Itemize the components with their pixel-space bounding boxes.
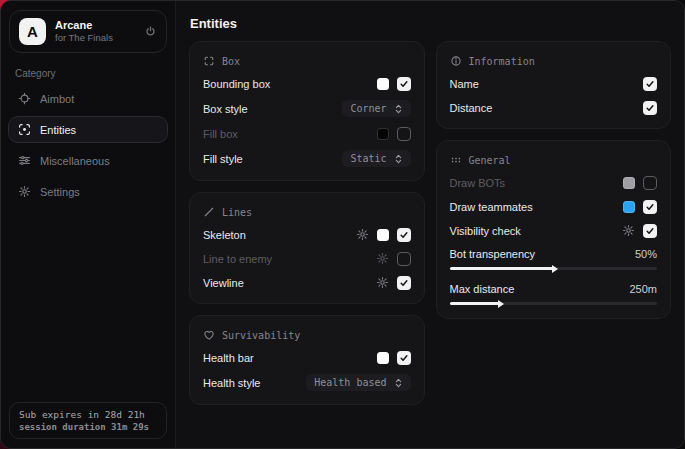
sidebar-item-label: Aimbot	[40, 93, 74, 105]
checkbox-checked[interactable]	[397, 351, 411, 365]
slider-value: 250m	[629, 283, 657, 295]
setting-row-health-style: Health style Health based	[203, 374, 411, 391]
color-swatch[interactable]	[377, 229, 389, 241]
sidebar-nav: Aimbot Entities Miscella	[1, 83, 175, 207]
unfold-icon	[394, 378, 403, 388]
fill-style-dropdown[interactable]: Static	[342, 150, 410, 167]
setting-row-draw-bots: Draw BOTs	[450, 175, 658, 190]
panel-survivability: Survivability Health bar Health style	[189, 315, 425, 405]
setting-row-health-bar: Health bar	[203, 350, 411, 365]
box-brackets-icon	[203, 55, 215, 67]
panel-lines: Lines Skeleton	[189, 192, 425, 304]
category-label: Category	[15, 68, 175, 79]
settings-gear-icon[interactable]	[376, 276, 389, 289]
setting-row-bounding-box: Bounding box	[203, 76, 411, 91]
grid-dots-icon	[450, 154, 462, 166]
main-content: Entities Box Bounding box	[176, 1, 684, 448]
slider-value: 50%	[635, 248, 657, 260]
checkbox-checked[interactable]	[643, 200, 657, 214]
page-title: Entities	[190, 16, 671, 31]
setting-row-name: Name	[450, 76, 658, 91]
sliders-icon	[18, 154, 31, 167]
checkbox-checked[interactable]	[643, 77, 657, 91]
color-swatch[interactable]	[623, 177, 635, 189]
setting-row-distance: Distance	[450, 100, 658, 115]
sidebar-item-settings[interactable]: Settings	[8, 178, 168, 205]
setting-row-box-style: Box style Corner	[203, 100, 411, 117]
checkbox-unchecked[interactable]	[397, 127, 411, 141]
sidebar-item-label: Entities	[40, 124, 76, 136]
setting-row-visibility-check: Visibility check	[450, 223, 658, 238]
setting-row-fill-box: Fill box	[203, 126, 411, 141]
sidebar-item-entities[interactable]: Entities	[8, 116, 168, 143]
sidebar-item-label: Miscellaneous	[40, 155, 110, 167]
checkbox-unchecked[interactable]	[643, 176, 657, 190]
checkbox-checked[interactable]	[397, 77, 411, 91]
app-name: Arcane	[55, 19, 135, 33]
entities-scan-icon	[18, 123, 31, 136]
logo-letter: A	[27, 23, 38, 40]
sidebar-item-miscellaneous[interactable]: Miscellaneous	[8, 147, 168, 174]
color-swatch[interactable]	[377, 128, 389, 140]
panel-title: General	[469, 155, 511, 166]
setting-row-bot-transparency: Bot transpenency 50%	[450, 248, 658, 270]
logo-card[interactable]: A Arcane for The Finals	[9, 10, 167, 53]
checkbox-unchecked[interactable]	[397, 252, 411, 266]
panel-title: Box	[222, 56, 240, 67]
setting-row-line-to-enemy: Line to enemy	[203, 251, 411, 266]
settings-gear-icon[interactable]	[622, 224, 635, 237]
setting-row-draw-teammates: Draw teammates	[450, 199, 658, 214]
sidebar-item-label: Settings	[40, 186, 80, 198]
panel-general: General Draw BOTs Draw teammates	[436, 140, 672, 319]
app-logo: A	[19, 18, 46, 45]
setting-row-fill-style: Fill style Static	[203, 150, 411, 167]
crosshair-icon	[18, 92, 31, 105]
info-icon	[450, 55, 462, 67]
settings-gear-icon[interactable]	[356, 228, 369, 241]
setting-row-skeleton: Skeleton	[203, 227, 411, 242]
sidebar: A Arcane for The Finals Category Aim	[1, 1, 176, 448]
box-style-dropdown[interactable]: Corner	[342, 100, 410, 117]
checkbox-checked[interactable]	[643, 101, 657, 115]
settings-gear-icon[interactable]	[376, 252, 389, 265]
diagonal-line-icon	[203, 206, 215, 218]
app-window: A Arcane for The Finals Category Aim	[0, 0, 685, 449]
panel-information: Information Name Distance	[436, 41, 672, 129]
power-icon[interactable]	[144, 25, 157, 38]
slider-thumb[interactable]	[552, 265, 558, 273]
panel-title: Information	[469, 56, 535, 67]
unfold-icon	[394, 104, 403, 114]
panel-title: Survivability	[222, 330, 300, 341]
gear-icon	[18, 185, 31, 198]
bot-transparency-slider[interactable]	[450, 267, 658, 270]
health-style-dropdown[interactable]: Health based	[306, 374, 410, 391]
app-subtitle: for The Finals	[55, 32, 135, 44]
checkbox-checked[interactable]	[397, 276, 411, 290]
sidebar-item-aimbot[interactable]: Aimbot	[8, 85, 168, 112]
sub-expires-text: Sub expires in 28d 21h	[19, 409, 157, 420]
session-duration-text: session duration 31m 29s	[19, 422, 157, 432]
panel-box: Box Bounding box Box style	[189, 41, 425, 181]
panel-title: Lines	[222, 207, 252, 218]
setting-row-max-distance: Max distance 250m	[450, 283, 658, 305]
setting-row-viewline: Viewline	[203, 275, 411, 290]
color-swatch[interactable]	[377, 352, 389, 364]
slider-thumb[interactable]	[498, 300, 504, 308]
subscription-box: Sub expires in 28d 21h session duration …	[9, 402, 167, 439]
checkbox-checked[interactable]	[643, 224, 657, 238]
checkbox-checked[interactable]	[397, 228, 411, 242]
color-swatch[interactable]	[377, 78, 389, 90]
max-distance-slider[interactable]	[450, 302, 658, 305]
unfold-icon	[394, 154, 403, 164]
color-swatch[interactable]	[623, 201, 635, 213]
heart-pulse-icon	[203, 329, 215, 341]
